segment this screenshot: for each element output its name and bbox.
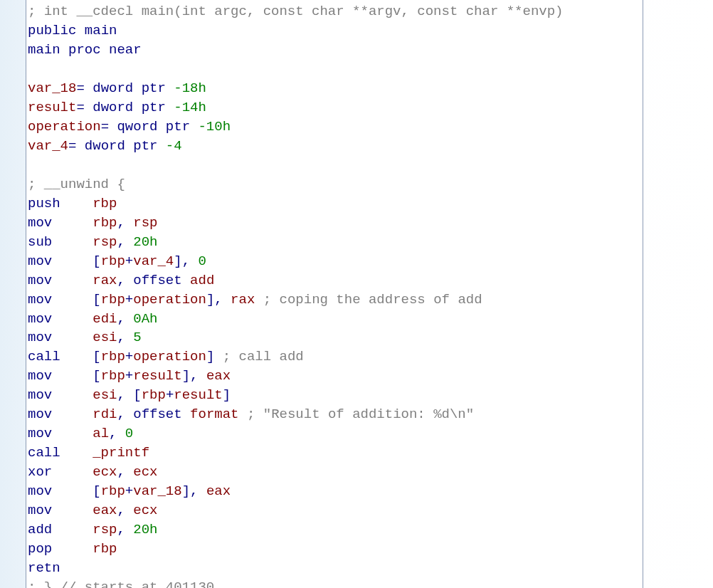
code-token (125, 330, 133, 345)
code-line[interactable]: push rbp (28, 194, 640, 214)
code-token: 5 (133, 330, 141, 345)
code-token: operation (133, 349, 206, 364)
code-token (85, 80, 93, 96)
code-token: rax (231, 292, 255, 308)
code-token: rbp (101, 253, 125, 269)
code-token: add (190, 273, 214, 288)
code-token: rbp (101, 368, 125, 384)
code-token: + (166, 387, 174, 403)
disassembly-view[interactable]: ; int __cdecl main(int argc, const char … (26, 0, 643, 588)
code-token (60, 349, 93, 364)
code-line[interactable]: mov [rbp+var_18], eax (28, 482, 640, 501)
code-line[interactable]: mov eax, ecx (28, 501, 640, 520)
code-token: dword ptr (93, 80, 166, 96)
code-line[interactable]: mov edi, 0Ah (28, 310, 640, 329)
code-line[interactable]: mov [rbp+var_4], 0 (28, 252, 640, 271)
code-token: mov (28, 330, 52, 345)
code-line[interactable]: var_4= dword ptr -4 (28, 137, 640, 156)
code-line[interactable]: public main (28, 21, 640, 41)
code-token (125, 234, 133, 250)
code-token: + (125, 368, 133, 384)
code-line[interactable]: mov [rbp+result], eax (28, 367, 640, 386)
code-token (52, 406, 93, 422)
code-token: dword ptr (93, 100, 166, 115)
code-line[interactable]: call [rbp+operation] ; call add (28, 347, 640, 367)
code-token: ] (223, 387, 231, 403)
code-line[interactable]: retn (28, 559, 640, 578)
code-line[interactable]: pop rbp (28, 540, 640, 559)
code-token (182, 273, 190, 288)
code-token: xor (28, 464, 52, 480)
code-token (125, 464, 133, 480)
code-token: , (117, 406, 125, 422)
code-line[interactable]: operation= qword ptr -10h (28, 117, 640, 137)
code-token: = (68, 138, 76, 154)
code-token (52, 273, 93, 288)
code-token: 20h (133, 522, 157, 537)
code-token: , (117, 464, 125, 480)
code-line[interactable]: xor ecx, ecx (28, 463, 640, 482)
code-token: ] (206, 349, 214, 364)
code-line[interactable]: ; } // starts at 401130 (28, 578, 640, 588)
code-token: push (28, 196, 60, 211)
code-token: edi (93, 311, 117, 327)
code-token: result (174, 387, 222, 403)
code-line[interactable]: sub rsp, 20h (28, 233, 640, 252)
code-token: dword ptr (85, 138, 158, 154)
code-token: = (76, 80, 84, 96)
code-token: [ (93, 483, 100, 499)
code-token: mov (28, 368, 52, 384)
code-token: [ (93, 349, 100, 364)
code-token: + (125, 483, 133, 499)
code-token (60, 196, 93, 211)
code-token (52, 292, 93, 308)
code-line[interactable]: result= dword ptr -14h (28, 98, 640, 117)
code-token: var_4 (133, 253, 174, 269)
code-token: add (28, 522, 52, 537)
code-token: -4 (166, 138, 182, 154)
code-token (199, 483, 206, 499)
code-token: ; "Result of addition: %d\n" (247, 406, 474, 422)
code-token: operation (28, 119, 101, 135)
code-line[interactable]: mov [rbp+operation], rax ; coping the ad… (28, 290, 640, 310)
code-token: main proc near (28, 42, 142, 58)
code-line[interactable]: mov rax, offset add (28, 271, 640, 290)
code-line[interactable]: mov esi, [rbp+result] (28, 386, 640, 405)
code-token: qword ptr (117, 119, 190, 135)
code-token: rbp (93, 541, 117, 557)
code-token (182, 406, 190, 422)
code-line[interactable]: add rsp, 20h (28, 520, 640, 540)
code-token: ], (182, 483, 199, 499)
code-token: 20h (133, 234, 157, 250)
code-token (223, 292, 231, 308)
code-token (52, 503, 93, 518)
code-token: rsp (93, 522, 117, 537)
code-token: mov (28, 426, 52, 441)
code-line[interactable] (28, 156, 640, 175)
code-line[interactable] (28, 60, 640, 79)
code-token: eax (206, 483, 231, 499)
code-line[interactable]: main proc near (28, 41, 640, 60)
code-token: eax (93, 503, 117, 518)
code-token (52, 387, 93, 403)
code-token (109, 119, 117, 135)
code-token: rbp (93, 215, 117, 231)
code-token: ; int __cdecl main(int argc, const char … (28, 4, 564, 19)
code-token: = (76, 100, 84, 115)
code-line[interactable]: ; int __cdecl main(int argc, const char … (28, 2, 640, 21)
code-token: rsp (133, 215, 157, 231)
code-token: + (125, 253, 133, 269)
code-line[interactable]: var_18= dword ptr -18h (28, 79, 640, 98)
code-token: -14h (174, 100, 206, 115)
code-line[interactable]: mov rbp, rsp (28, 214, 640, 233)
code-token (125, 406, 133, 422)
code-token: ; call add (223, 349, 304, 364)
code-line[interactable]: mov esi, 5 (28, 328, 640, 347)
code-token: , (117, 311, 125, 327)
code-token: [ (93, 368, 100, 384)
code-line[interactable]: call _printf (28, 443, 640, 463)
code-line[interactable]: mov rdi, offset format ; "Result of addi… (28, 405, 640, 424)
code-line[interactable]: mov al, 0 (28, 424, 640, 443)
code-token: mov (28, 273, 52, 288)
code-line[interactable]: ; __unwind { (28, 175, 640, 194)
